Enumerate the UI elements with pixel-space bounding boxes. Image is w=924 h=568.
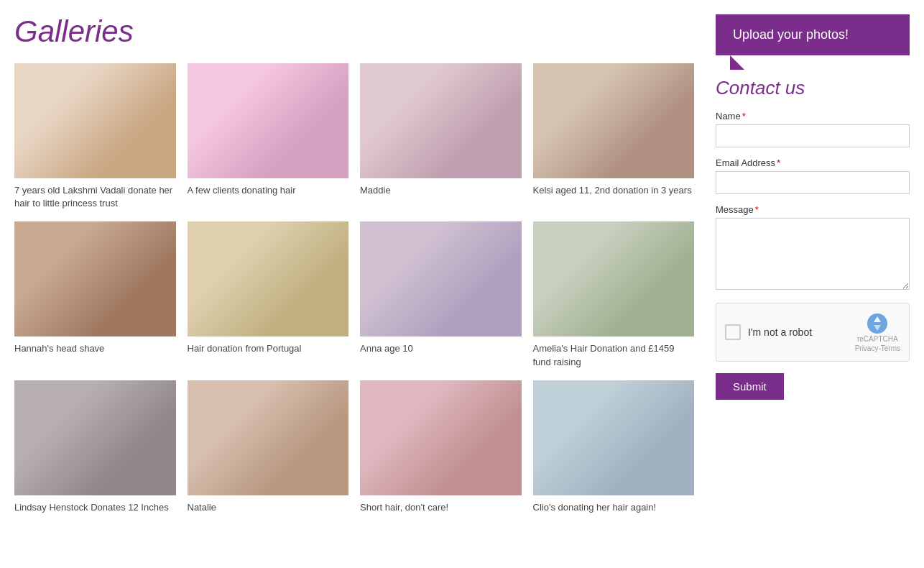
gallery-item[interactable]: Lindsay Henstock Donates 12 Inches — [14, 380, 176, 514]
main-content: Galleries 7 years old Lakshmi Vadali don… — [14, 14, 694, 514]
gallery-image-10[interactable] — [188, 380, 349, 495]
gallery-item[interactable]: A few clients donating hair — [188, 63, 349, 210]
gallery-svg-12 — [533, 380, 695, 495]
gallery-image-4[interactable] — [533, 63, 695, 178]
gallery-image-9[interactable] — [14, 380, 176, 495]
svg-rect-0 — [14, 63, 176, 178]
email-field-group: Email Address* — [716, 157, 910, 194]
svg-rect-3 — [533, 63, 695, 178]
name-label: Name* — [716, 111, 910, 122]
gallery-grid: 7 years old Lakshmi Vadali donate her ha… — [14, 63, 694, 514]
gallery-item[interactable]: Clio's donating her hair again! — [533, 380, 695, 514]
recaptcha-footer: Privacy - Terms — [855, 344, 900, 352]
gallery-caption: 7 years old Lakshmi Vadali donate her ha… — [14, 184, 176, 210]
svg-rect-8 — [14, 380, 176, 495]
svg-rect-5 — [188, 221, 349, 336]
gallery-item[interactable]: Anna age 10 — [360, 221, 522, 368]
gallery-item[interactable]: 7 years old Lakshmi Vadali donate her ha… — [14, 63, 176, 210]
name-input[interactable] — [716, 124, 910, 147]
gallery-caption: Natalie — [188, 501, 349, 514]
gallery-image-12[interactable] — [533, 380, 695, 495]
message-label: Message* — [716, 204, 910, 215]
gallery-caption: Hannah's head shave — [14, 342, 176, 355]
gallery-svg-4 — [533, 63, 695, 178]
gallery-svg-2 — [188, 63, 349, 178]
page-title: Galleries — [14, 14, 694, 49]
gallery-image-11[interactable] — [360, 380, 522, 495]
gallery-caption: Lindsay Henstock Donates 12 Inches — [14, 501, 176, 514]
gallery-caption: A few clients donating hair — [188, 184, 349, 197]
submit-button[interactable]: Submit — [716, 373, 784, 400]
recaptcha-label: I'm not a robot — [748, 326, 812, 338]
gallery-image-1[interactable] — [14, 63, 176, 178]
gallery-svg-10 — [188, 380, 349, 495]
svg-rect-1 — [188, 63, 349, 178]
svg-rect-9 — [188, 380, 349, 495]
upload-btn-container: Upload your photos! — [716, 14, 910, 55]
gallery-item[interactable]: Hair donation from Portugal — [188, 221, 349, 368]
gallery-item[interactable]: Natalie — [188, 380, 349, 514]
svg-rect-6 — [360, 221, 522, 336]
recaptcha-logo-area: reCAPTCHA Privacy - Terms — [855, 312, 900, 352]
gallery-caption: Amelia's Hair Donation and £1459 fund ra… — [533, 342, 695, 368]
gallery-svg-3 — [360, 63, 522, 178]
upload-btn-tail — [730, 55, 759, 70]
gallery-image-5[interactable] — [14, 221, 176, 336]
sidebar: Upload your photos! Contact us Name* Ema… — [716, 14, 910, 514]
svg-rect-4 — [14, 221, 176, 336]
gallery-caption: Anna age 10 — [360, 342, 522, 355]
recaptcha-logo-icon — [866, 312, 889, 335]
gallery-svg-1 — [14, 63, 176, 178]
gallery-image-2[interactable] — [188, 63, 349, 178]
gallery-caption: Kelsi aged 11, 2nd donation in 3 years — [533, 184, 695, 197]
svg-rect-2 — [360, 63, 522, 178]
gallery-item[interactable]: Short hair, don't care! — [360, 380, 522, 514]
svg-rect-10 — [360, 380, 522, 495]
gallery-image-7[interactable] — [360, 221, 522, 336]
svg-rect-7 — [533, 221, 695, 336]
gallery-caption: Clio's donating her hair again! — [533, 501, 695, 514]
gallery-image-8[interactable] — [533, 221, 695, 336]
contact-title: Contact us — [716, 77, 910, 99]
upload-photos-button[interactable]: Upload your photos! — [716, 14, 910, 55]
gallery-svg-11 — [360, 380, 522, 495]
gallery-svg-8 — [533, 221, 695, 336]
email-input[interactable] — [716, 171, 910, 194]
gallery-svg-7 — [360, 221, 522, 336]
gallery-item[interactable]: Hannah's head shave — [14, 221, 176, 368]
gallery-image-3[interactable] — [360, 63, 522, 178]
gallery-svg-9 — [14, 380, 176, 495]
contact-section: Contact us Name* Email Address* Message* — [716, 77, 910, 400]
gallery-svg-6 — [188, 221, 349, 336]
svg-rect-11 — [533, 380, 695, 495]
gallery-svg-5 — [14, 221, 176, 336]
gallery-caption: Short hair, don't care! — [360, 501, 522, 514]
gallery-caption: Maddie — [360, 184, 522, 197]
recaptcha-checkbox[interactable] — [725, 324, 741, 340]
recaptcha-container[interactable]: I'm not a robot reCAPTCHA Privacy - Term… — [716, 303, 910, 362]
gallery-item[interactable]: Maddie — [360, 63, 522, 210]
message-field-group: Message* — [716, 204, 910, 293]
recaptcha-brand: reCAPTCHA — [857, 335, 898, 343]
name-field-group: Name* — [716, 111, 910, 147]
gallery-image-6[interactable] — [188, 221, 349, 336]
email-label: Email Address* — [716, 157, 910, 168]
gallery-item[interactable]: Amelia's Hair Donation and £1459 fund ra… — [533, 221, 695, 368]
message-textarea[interactable] — [716, 218, 910, 290]
gallery-item[interactable]: Kelsi aged 11, 2nd donation in 3 years — [533, 63, 695, 210]
gallery-caption: Hair donation from Portugal — [188, 342, 349, 355]
